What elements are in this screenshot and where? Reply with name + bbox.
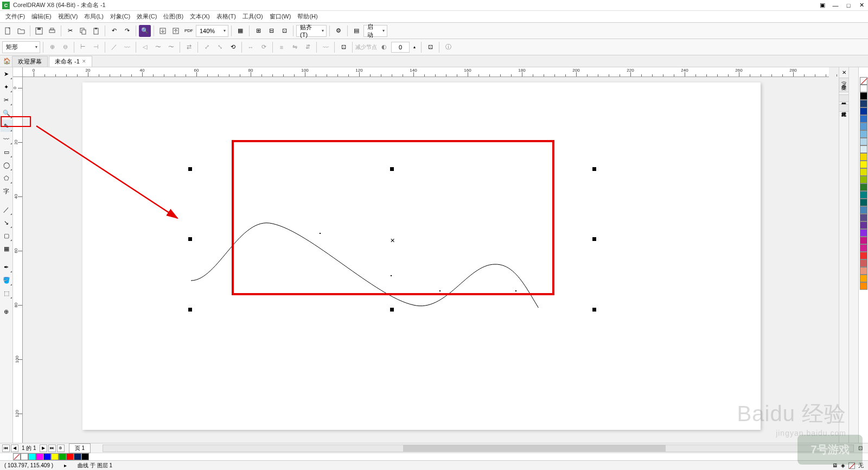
options-button[interactable]: ⚙ bbox=[333, 25, 344, 37]
palette-swatch[interactable] bbox=[860, 115, 867, 123]
palette-swatch[interactable] bbox=[860, 176, 867, 183]
smooth-button[interactable]: 〜 bbox=[152, 41, 164, 53]
docker-close-icon[interactable]: ✕ bbox=[842, 69, 846, 75]
export-button[interactable] bbox=[170, 25, 182, 37]
menu-item[interactable]: 编辑(E) bbox=[28, 11, 55, 22]
status-fill-icon[interactable]: ◈ bbox=[841, 462, 845, 468]
palette-swatch[interactable] bbox=[28, 453, 36, 460]
minimize-button[interactable]: — bbox=[831, 1, 840, 10]
drop-shadow-tool[interactable]: ▢ bbox=[1, 230, 12, 242]
help-doc-icon[interactable]: ▣ bbox=[818, 1, 827, 10]
page-tab-1[interactable]: 页 1 bbox=[69, 443, 91, 453]
palette-swatch[interactable] bbox=[860, 138, 867, 145]
menu-item[interactable]: 表格(T) bbox=[213, 11, 239, 22]
palette-swatch[interactable] bbox=[860, 214, 867, 221]
app-launcher-icon[interactable]: ▤ bbox=[350, 25, 362, 37]
palette-swatch[interactable] bbox=[66, 453, 74, 460]
polygon-tool[interactable]: ⬠ bbox=[1, 172, 12, 184]
palette-swatch[interactable] bbox=[43, 453, 51, 460]
reflect-h-button[interactable]: ⇋ bbox=[289, 41, 301, 53]
shape-preset-dropdown[interactable]: 矩形 bbox=[2, 41, 40, 53]
docker-tab[interactable]: 对象属性 bbox=[839, 94, 849, 102]
palette-swatch[interactable] bbox=[860, 191, 867, 199]
selection-handle-tc[interactable] bbox=[390, 167, 394, 171]
tab-document[interactable]: 未命名 -1✕ bbox=[49, 56, 92, 67]
elastic-button[interactable]: 〰 bbox=[320, 41, 331, 53]
nav-options-icon[interactable]: ⊡ bbox=[855, 445, 866, 451]
palette-swatch[interactable] bbox=[860, 199, 867, 206]
palette-swatch[interactable] bbox=[860, 130, 867, 138]
selection-handle-tr[interactable] bbox=[592, 167, 596, 171]
selection-handle-bl[interactable] bbox=[188, 308, 192, 312]
palette-swatch[interactable] bbox=[36, 453, 43, 460]
menu-item[interactable]: 视图(V) bbox=[55, 11, 81, 22]
palette-swatch[interactable] bbox=[860, 221, 867, 229]
palette-swatch[interactable] bbox=[74, 453, 81, 460]
dimension-tool[interactable]: ／ bbox=[1, 204, 12, 215]
reduce-slider-icon[interactable]: ◐ bbox=[378, 41, 390, 53]
connector-tool[interactable]: ↘ bbox=[1, 217, 12, 228]
rotate-button[interactable]: ⟳ bbox=[258, 41, 270, 53]
select-all-button[interactable]: ⊡ bbox=[337, 41, 349, 53]
copy-button[interactable] bbox=[77, 25, 89, 37]
to-line-button[interactable]: ／ bbox=[108, 41, 120, 53]
new-button[interactable] bbox=[2, 25, 14, 37]
docker-tab[interactable]: 对象样式 bbox=[839, 104, 849, 112]
palette-swatch[interactable] bbox=[860, 244, 867, 252]
page-first-button[interactable]: ⏮ bbox=[2, 444, 10, 452]
scrollbar-vertical[interactable] bbox=[848, 67, 858, 443]
menu-item[interactable]: 窗口(W) bbox=[266, 11, 295, 22]
palette-swatch[interactable] bbox=[860, 259, 867, 267]
selection-handle-br[interactable] bbox=[592, 308, 596, 312]
selection-handle-bc[interactable] bbox=[390, 308, 394, 312]
artistic-media-tool[interactable]: 〰 bbox=[1, 133, 12, 145]
tab-close-icon[interactable]: ✕ bbox=[82, 59, 86, 64]
page-next-button[interactable]: ▶ bbox=[40, 444, 47, 452]
palette-swatch[interactable] bbox=[21, 453, 28, 460]
node-break-button[interactable]: ⊣ bbox=[90, 41, 102, 53]
canvas-viewport[interactable]: ✕ bbox=[23, 77, 829, 443]
spinner-up-icon[interactable]: ▴ bbox=[411, 41, 418, 53]
menu-item[interactable]: 文本(X) bbox=[187, 11, 213, 22]
ellipse-tool[interactable]: ◯ bbox=[1, 159, 12, 171]
palette-no-fill-h[interactable] bbox=[13, 453, 21, 460]
palette-swatch[interactable] bbox=[860, 183, 867, 191]
palette-swatch[interactable] bbox=[860, 100, 867, 107]
palette-swatch[interactable] bbox=[860, 275, 867, 282]
selection-handle-mr[interactable] bbox=[592, 237, 596, 241]
extract-button[interactable]: ⤡ bbox=[214, 41, 226, 53]
shape-tool[interactable]: ✦ bbox=[1, 81, 12, 93]
print-button[interactable] bbox=[46, 25, 58, 37]
selection-handle-tl[interactable] bbox=[188, 167, 192, 171]
fullscreen-button[interactable]: ▦ bbox=[234, 25, 246, 37]
zoom-tool[interactable]: 🔍 bbox=[1, 107, 12, 119]
rectangle-tool[interactable]: ▭ bbox=[1, 146, 12, 158]
align-button[interactable]: ≡ bbox=[276, 41, 288, 53]
palette-swatch[interactable] bbox=[860, 282, 867, 290]
text-tool[interactable]: 字 bbox=[1, 185, 12, 197]
menu-item[interactable]: 帮助(H) bbox=[294, 11, 321, 22]
palette-swatch[interactable] bbox=[860, 145, 867, 153]
redo-button[interactable]: ↷ bbox=[121, 25, 133, 37]
palette-swatch[interactable] bbox=[860, 237, 867, 244]
palette-swatch[interactable] bbox=[860, 168, 867, 176]
zoom-dropdown[interactable]: 140% bbox=[196, 25, 228, 37]
palette-swatch[interactable] bbox=[59, 453, 66, 460]
docker-tab[interactable]: 提示(N) bbox=[839, 78, 849, 92]
palette-swatch[interactable] bbox=[860, 123, 867, 130]
palette-swatch[interactable] bbox=[860, 85, 867, 92]
page-prev-button[interactable]: ◀ bbox=[11, 444, 18, 452]
palette-swatch[interactable] bbox=[81, 453, 89, 460]
palette-swatch[interactable] bbox=[860, 252, 867, 259]
palette-swatch[interactable] bbox=[860, 229, 867, 237]
drawn-curve[interactable] bbox=[186, 221, 598, 308]
menu-item[interactable]: 工具(O) bbox=[239, 11, 266, 22]
symmetric-button[interactable]: 〜 bbox=[165, 41, 177, 53]
status-color-proof-icon[interactable]: 🖥 bbox=[832, 462, 838, 468]
selection-handle-ml[interactable] bbox=[188, 237, 192, 241]
ruler-vertical[interactable]: 020406080100120 bbox=[13, 77, 23, 443]
extend-button[interactable]: ⤢ bbox=[201, 41, 213, 53]
page-last-button[interactable]: ⏭ bbox=[48, 444, 56, 452]
eyedropper-tool[interactable]: ✒ bbox=[1, 261, 12, 273]
cusp-button[interactable]: ◁ bbox=[139, 41, 151, 53]
